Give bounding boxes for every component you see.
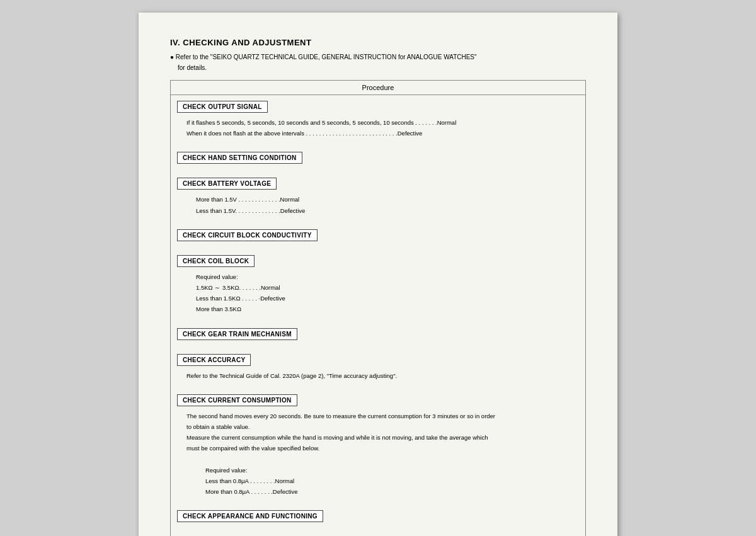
output-signal-details: If it flashes 5 seconds, 5 seconds, 10 s… (177, 116, 579, 141)
section-appearance: CHECK APPEARANCE AND FUNCTIONING (171, 505, 586, 536)
check-battery-voltage-label: CHECK BATTERY VOLTAGE (177, 178, 277, 190)
check-appearance-label: CHECK APPEARANCE AND FUNCTIONING (177, 510, 323, 522)
current-detail-4: must be compaired with the value specifi… (186, 443, 570, 453)
output-detail-1: If it flashes 5 seconds, 5 seconds, 10 s… (186, 118, 570, 127)
section-hand-setting: CHECK HAND SETTING CONDITION (171, 146, 586, 172)
procedure-header: Procedure (171, 81, 586, 95)
section-coil-block: CHECK COIL BLOCK Required value: 1.5KΩ ～… (171, 249, 586, 322)
section-heading: IV. CHECKING AND ADJUSTMENT (170, 38, 586, 47)
battery-detail-2: Less than 1.5V. . . . . . . . . . . . . … (196, 206, 570, 215)
coil-detail-2: 1.5KΩ ～ 3.5KΩ. . . . . . .Normal (196, 283, 570, 292)
procedure-table: Procedure CHECK OUTPUT SIGNAL If it flas… (170, 80, 586, 536)
output-detail-2: When it does not flash at the above inte… (186, 128, 570, 138)
check-circuit-block-label: CHECK CIRCUIT BLOCK CONDUCTIVITY (177, 229, 318, 241)
check-output-signal-label: CHECK OUTPUT SIGNAL (177, 101, 268, 113)
coil-detail-4: More than 3.5KΩ (196, 304, 570, 314)
current-detail-1: The second hand moves every 20 seconds. … (186, 411, 570, 421)
section-battery-voltage: CHECK BATTERY VOLTAGE More than 1.5V . .… (171, 172, 586, 223)
current-consumption-details: The second hand moves every 20 seconds. … (177, 409, 579, 500)
battery-voltage-details: More than 1.5V . . . . . . . . . . . . .… (177, 193, 579, 218)
check-accuracy-label: CHECK ACCURACY (177, 354, 251, 366)
document-page: IV. CHECKING AND ADJUSTMENT ● Refer to t… (139, 13, 617, 536)
section-output-signal: CHECK OUTPUT SIGNAL If it flashes 5 seco… (171, 95, 586, 147)
coil-detail-1: Required value: (196, 272, 570, 282)
accuracy-details: Refer to the Technical Guide of Cal. 232… (177, 369, 579, 384)
battery-detail-1: More than 1.5V . . . . . . . . . . . . .… (196, 195, 570, 204)
section-circuit-block: CHECK CIRCUIT BLOCK CONDUCTIVITY (171, 224, 586, 249)
section-current-consumption: CHECK CURRENT CONSUMPTION The second han… (171, 389, 586, 505)
section-accuracy: CHECK ACCURACY Refer to the Technical Gu… (171, 348, 586, 389)
current-detail-required: Required value: (186, 465, 570, 475)
current-detail-defective: More than 0.8μA . . . . . . .Defective (186, 487, 570, 496)
check-current-consumption-label: CHECK CURRENT CONSUMPTION (177, 394, 297, 406)
section-gear-train: CHECK GEAR TRAIN MECHANISM (171, 322, 586, 348)
coil-detail-3: Less than 1.5KΩ . . . . . ·Defective (196, 294, 570, 303)
check-gear-train-label: CHECK GEAR TRAIN MECHANISM (177, 328, 297, 340)
bullet-intro-line1: ● Refer to the "SEIKO QUARTZ TECHNICAL G… (170, 52, 586, 62)
bullet-intro-line2: for details. (170, 63, 586, 72)
accuracy-detail-1: Refer to the Technical Guide of Cal. 232… (186, 371, 570, 380)
coil-block-details: Required value: 1.5KΩ ～ 3.5KΩ. . . . . .… (177, 270, 579, 317)
current-detail-3: Measure the current consumption while th… (186, 433, 570, 442)
check-hand-setting-label: CHECK HAND SETTING CONDITION (177, 152, 302, 164)
current-detail-2: to obtain a stable value. (186, 422, 570, 431)
current-detail-normal: Less than 0.8μA . . . . . . . .Normal (186, 476, 570, 486)
check-coil-block-label: CHECK COIL BLOCK (177, 255, 255, 267)
